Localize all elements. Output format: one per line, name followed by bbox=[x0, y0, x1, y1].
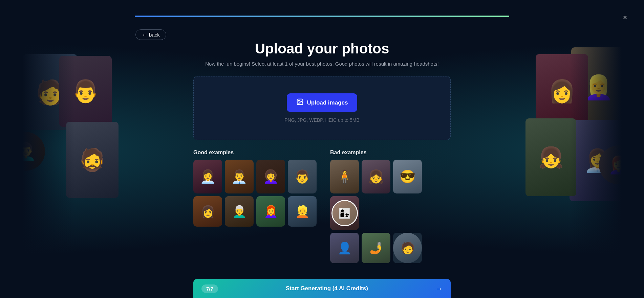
bad-examples-row-2: 👤 🤳 🧑 bbox=[330, 233, 451, 263]
bad-example-5: 👤 bbox=[330, 233, 359, 263]
back-label: back bbox=[149, 32, 160, 38]
good-example-2: 👨‍💼 bbox=[225, 160, 254, 193]
good-example-1: 👩‍💼 bbox=[193, 160, 222, 193]
upload-images-button[interactable]: Upload images bbox=[287, 93, 358, 112]
upload-button-label: Upload images bbox=[307, 99, 348, 106]
bad-example-6: 🤳 bbox=[362, 233, 390, 263]
main-content: Upload your photos Now the fun begins! S… bbox=[0, 0, 644, 298]
good-examples-title: Good examples bbox=[193, 150, 317, 156]
upload-hint: PNG, JPG, WEBP, HEIC up to 5MB bbox=[284, 117, 359, 123]
upload-zone: Upload images PNG, JPG, WEBP, HEIC up to… bbox=[193, 76, 451, 140]
svg-point-1 bbox=[298, 100, 299, 101]
bad-example-2: 👧 bbox=[362, 160, 390, 193]
back-arrow-icon: ← bbox=[142, 32, 147, 38]
start-button-label: Start Generating (4 AI Credits) bbox=[218, 285, 436, 292]
bad-example-3: 😎 bbox=[393, 160, 422, 193]
bad-examples-title: Bad examples bbox=[330, 150, 451, 156]
bad-example-7: 🧑 bbox=[393, 233, 422, 263]
good-examples-group: Good examples 👩‍💼 👨‍💼 👩‍🦱 bbox=[193, 150, 317, 263]
bad-example-1: 🧍 bbox=[330, 160, 359, 193]
good-example-5: 👩 bbox=[193, 196, 222, 227]
page-title: Upload your photos bbox=[255, 41, 389, 57]
upload-icon bbox=[296, 98, 304, 107]
good-example-6: 👨‍🦳 bbox=[225, 196, 254, 227]
counter-badge: 7/7 bbox=[201, 284, 218, 293]
bad-examples-group: Bad examples 🧍 👧 😎 bbox=[330, 150, 451, 263]
start-arrow-icon: → bbox=[436, 285, 443, 293]
good-example-8: 👱 bbox=[288, 196, 317, 227]
close-button[interactable]: × bbox=[620, 12, 630, 23]
back-button[interactable]: ← back bbox=[135, 29, 166, 40]
start-generating-button[interactable]: 7/7 Start Generating (4 AI Credits) → bbox=[193, 279, 451, 298]
examples-section: Good examples 👩‍💼 👨‍💼 👩‍🦱 bbox=[193, 150, 451, 263]
bad-examples-grid: 🧍 👧 😎 👩‍👧 bbox=[330, 160, 451, 230]
bad-example-4: 👩‍👧 bbox=[330, 196, 359, 230]
good-example-7: 👩‍🦰 bbox=[256, 196, 285, 227]
good-example-4: 👨 bbox=[288, 160, 317, 193]
page-subtitle: Now the fun begins! Select at least 1 of… bbox=[205, 61, 439, 67]
good-example-3: 👩‍🦱 bbox=[256, 160, 285, 193]
good-examples-row-2: 👩 👨‍🦳 👩‍🦰 👱 bbox=[193, 196, 317, 227]
progress-bar bbox=[135, 16, 509, 17]
good-examples-grid: 👩‍💼 👨‍💼 👩‍🦱 👨 bbox=[193, 160, 317, 193]
